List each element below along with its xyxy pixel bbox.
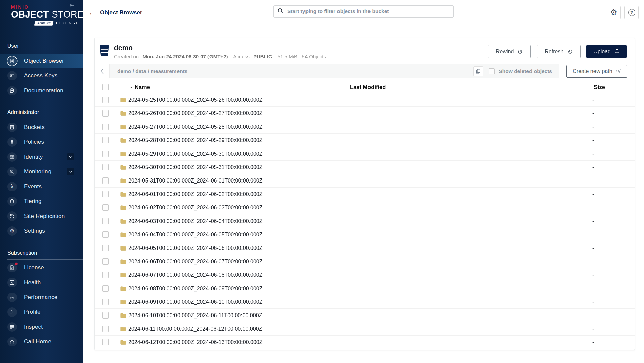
sidebar-item-inspect[interactable]: Inspect	[0, 320, 83, 334]
license-icon	[7, 263, 17, 272]
object-name[interactable]: 2024-06-06T00:00:00.000Z_2024-06-07T00:0…	[128, 259, 263, 265]
object-name[interactable]: 2024-06-04T00:00:00.000Z_2024-06-05T00:0…	[128, 232, 263, 238]
sidebar-item-access-keys[interactable]: Access Keys	[0, 68, 83, 83]
identity-icon	[7, 152, 17, 162]
row-checkbox[interactable]	[102, 231, 109, 238]
show-deleted-label[interactable]: Show deleted objects	[499, 68, 552, 74]
row-checkbox[interactable]	[102, 177, 109, 184]
object-name[interactable]: 2024-05-27T00:00:00.000Z_2024-05-28T00:0…	[128, 124, 263, 130]
object-name[interactable]: 2024-05-30T00:00:00.000Z_2024-05-31T00:0…	[128, 164, 263, 170]
table-row[interactable]: 2024-06-05T00:00:00.000Z_2024-06-06T00:0…	[95, 241, 635, 255]
row-checkbox[interactable]	[102, 110, 109, 117]
chevron-down-icon[interactable]	[67, 168, 74, 175]
sidebar-item-policies[interactable]: Policies	[0, 135, 83, 150]
row-checkbox[interactable]	[102, 151, 109, 157]
object-name[interactable]: 2024-05-29T00:00:00.000Z_2024-05-30T00:0…	[128, 151, 263, 157]
row-checkbox[interactable]	[102, 258, 109, 265]
sidebar-item-health[interactable]: Health	[0, 275, 83, 290]
row-checkbox[interactable]	[102, 137, 109, 143]
column-header-name[interactable]: Name	[135, 84, 150, 90]
table-row[interactable]: 2024-06-11T00:00:00.000Z_2024-06-12T00:0…	[95, 322, 635, 336]
table-row[interactable]: 2024-05-29T00:00:00.000Z_2024-05-30T00:0…	[95, 147, 635, 161]
header-buttons: ⚙ ?	[607, 6, 639, 19]
refresh-button[interactable]: Refresh↻	[537, 45, 581, 58]
create-new-path-button[interactable]: Create new path	[566, 65, 627, 78]
row-checkbox[interactable]	[102, 124, 109, 130]
table-row[interactable]: 2024-06-02T00:00:00.000Z_2024-06-03T00:0…	[95, 201, 635, 214]
upload-button[interactable]: Upload	[586, 45, 627, 58]
table-row[interactable]: 2024-05-28T00:00:00.000Z_2024-05-29T00:0…	[95, 134, 635, 147]
table-row[interactable]: 2024-06-03T00:00:00.000Z_2024-06-04T00:0…	[95, 214, 635, 228]
sidebar-item-documentation[interactable]: Documentation	[0, 83, 83, 98]
table-row[interactable]: 2024-06-10T00:00:00.000Z_2024-06-11T00:0…	[95, 309, 635, 322]
object-name[interactable]: 2024-05-26T00:00:00.000Z_2024-05-27T00:0…	[128, 110, 263, 117]
table-row[interactable]: 2024-06-04T00:00:00.000Z_2024-06-05T00:0…	[95, 228, 635, 241]
copy-path-button[interactable]	[473, 66, 483, 76]
object-name[interactable]: 2024-06-05T00:00:00.000Z_2024-06-06T00:0…	[128, 245, 263, 251]
sidebar-item-profile[interactable]: Profile	[0, 305, 83, 320]
path-back-button[interactable]	[95, 64, 110, 78]
table-row[interactable]: 2024-05-31T00:00:00.000Z_2024-06-01T00:0…	[95, 174, 635, 188]
row-checkbox[interactable]	[102, 97, 109, 103]
select-all-checkbox[interactable]	[102, 84, 109, 90]
breadcrumb[interactable]: demo / data / measurements	[117, 68, 473, 74]
sidebar-item-settings[interactable]: ⚙ Settings	[0, 224, 83, 238]
row-checkbox[interactable]	[102, 164, 109, 170]
object-name[interactable]: 2024-05-25T00:00:00.000Z_2024-05-26T00:0…	[128, 97, 263, 103]
sidebar-item-buckets[interactable]: Buckets	[0, 120, 83, 135]
row-checkbox[interactable]	[102, 272, 109, 278]
sidebar-item-identity[interactable]: Identity	[0, 150, 83, 164]
object-name[interactable]: 2024-06-12T00:00:00.000Z_2024-06-13T00:0…	[128, 339, 263, 345]
object-name[interactable]: 2024-05-31T00:00:00.000Z_2024-06-01T00:0…	[128, 178, 263, 184]
row-checkbox[interactable]	[102, 299, 109, 305]
row-checkbox[interactable]	[102, 218, 109, 224]
row-checkbox[interactable]	[102, 245, 109, 251]
table-row[interactable]: 2024-05-27T00:00:00.000Z_2024-05-28T00:0…	[95, 120, 635, 134]
table-row[interactable]: 2024-06-08T00:00:00.000Z_2024-06-09T00:0…	[95, 282, 635, 295]
object-name[interactable]: 2024-06-11T00:00:00.000Z_2024-06-12T00:0…	[128, 326, 262, 332]
sidebar-item-object-browser[interactable]: Object Browser	[0, 54, 83, 68]
back-arrow-icon[interactable]: ←	[89, 9, 95, 16]
settings-button[interactable]: ⚙	[607, 6, 621, 19]
table-row[interactable]: 2024-06-12T00:00:00.000Z_2024-06-13T00:0…	[95, 336, 635, 349]
table-row[interactable]: 2024-05-26T00:00:00.000Z_2024-05-27T00:0…	[95, 107, 635, 120]
show-deleted-checkbox[interactable]	[489, 68, 495, 74]
row-checkbox[interactable]	[102, 204, 109, 211]
object-name[interactable]: 2024-06-07T00:00:00.000Z_2024-06-08T00:0…	[128, 272, 263, 278]
object-name[interactable]: 2024-06-01T00:00:00.000Z_2024-06-02T00:0…	[128, 191, 263, 197]
search-input[interactable]	[287, 8, 450, 15]
page-title-group[interactable]: ← Object Browser	[89, 0, 142, 25]
object-name[interactable]: 2024-06-09T00:00:00.000Z_2024-06-10T00:0…	[128, 299, 263, 305]
table-row[interactable]: 2024-06-07T00:00:00.000Z_2024-06-08T00:0…	[95, 268, 635, 282]
row-checkbox[interactable]	[102, 312, 109, 319]
table-row[interactable]: 2024-06-06T00:00:00.000Z_2024-06-07T00:0…	[95, 255, 635, 268]
sort-ascending-icon[interactable]: ▲	[130, 86, 133, 89]
sidebar-item-tiering[interactable]: Tiering	[0, 194, 83, 209]
sidebar-item-call-home[interactable]: Call Home	[0, 334, 83, 349]
sidebar-item-license[interactable]: License	[0, 260, 83, 275]
sidebar-item-monitoring[interactable]: Monitoring	[0, 164, 83, 179]
table-row[interactable]: 2024-06-01T00:00:00.000Z_2024-06-02T00:0…	[95, 188, 635, 201]
object-name[interactable]: 2024-05-28T00:00:00.000Z_2024-05-29T00:0…	[128, 137, 263, 143]
object-name[interactable]: 2024-06-03T00:00:00.000Z_2024-06-04T00:0…	[128, 218, 263, 224]
sidebar-item-site-replication[interactable]: Site Replication	[0, 209, 83, 224]
table-row[interactable]: 2024-05-25T00:00:00.000Z_2024-05-26T00:0…	[95, 93, 635, 107]
object-name[interactable]: 2024-06-08T00:00:00.000Z_2024-06-09T00:0…	[128, 286, 263, 292]
chevron-down-icon[interactable]	[67, 153, 74, 160]
row-checkbox[interactable]	[102, 326, 109, 332]
row-checkbox[interactable]	[102, 339, 109, 345]
collapse-sidebar-icon[interactable]: ⇤	[70, 2, 74, 8]
agpl-badge: AGPL V3	[34, 21, 54, 26]
rewind-button[interactable]: Rewind↺	[488, 45, 531, 58]
object-name[interactable]: 2024-06-10T00:00:00.000Z_2024-06-11T00:0…	[128, 312, 262, 319]
row-checkbox[interactable]	[102, 285, 109, 292]
sidebar-item-performance[interactable]: Performance	[0, 290, 83, 305]
row-checkbox[interactable]	[102, 191, 109, 197]
table-row[interactable]: 2024-06-09T00:00:00.000Z_2024-06-10T00:0…	[95, 295, 635, 309]
sidebar-item-events[interactable]: λ Events	[0, 179, 83, 194]
object-name[interactable]: 2024-06-02T00:00:00.000Z_2024-06-03T00:0…	[128, 205, 263, 211]
folder-icon	[120, 300, 126, 304]
table-row[interactable]: 2024-05-30T00:00:00.000Z_2024-05-31T00:0…	[95, 161, 635, 174]
help-button[interactable]: ?	[624, 6, 639, 19]
access-value[interactable]: PUBLIC	[253, 54, 272, 59]
